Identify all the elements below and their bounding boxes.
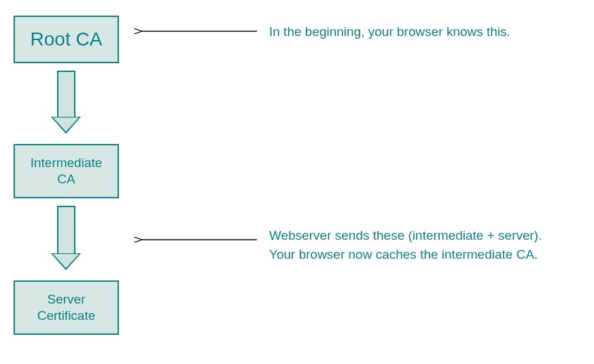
- arrow-intermediate-to-server: [51, 206, 82, 272]
- root-ca-label: Root CA: [31, 29, 103, 50]
- intermediate-ca-box: Intermediate CA: [14, 144, 119, 198]
- annotation-sends: Webserver sends these (intermediate + se…: [269, 226, 582, 263]
- arrow-root-to-intermediate: [51, 71, 82, 135]
- intermediate-ca-label: Intermediate CA: [31, 155, 103, 187]
- root-ca-box: Root CA: [14, 16, 119, 63]
- annotation-root: In the beginning, your browser knows thi…: [269, 22, 510, 41]
- pointer-arrow-sends: [136, 234, 258, 248]
- server-cert-box: Server Certificate: [14, 280, 119, 335]
- server-cert-label: Server Certificate: [37, 291, 96, 324]
- pointer-arrow-root: [136, 26, 258, 39]
